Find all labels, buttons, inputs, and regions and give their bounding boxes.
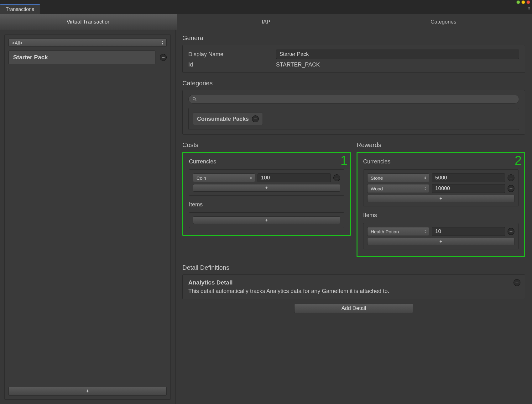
general-section: General Display Name Id STARTER_PACK (182, 35, 525, 73)
mode-categories[interactable]: Categories (355, 14, 532, 30)
sidebar-filter-dropdown[interactable]: <All> ▴▾ (8, 39, 167, 47)
costs-rewards-section: Costs 1 Currencies Coin ▴▾ (182, 141, 525, 257)
detail-definition-entry: Analytics Detail This detail automatical… (182, 274, 525, 299)
search-icon (192, 97, 197, 101)
chevron-updown-icon: ▴▾ (250, 176, 252, 180)
add-cost-item-button[interactable]: + (193, 216, 340, 224)
costs-items-title: Items (189, 201, 344, 208)
traffic-light-yellow-icon[interactable] (521, 0, 525, 4)
chevron-updown-icon: ▴▾ (162, 40, 163, 45)
remove-reward-currency-button[interactable] (508, 174, 514, 181)
window-traffic-lights (516, 0, 530, 4)
mode-iap[interactable]: IAP (177, 14, 355, 30)
id-label: Id (188, 61, 276, 68)
cost-currency-amount[interactable] (258, 173, 331, 182)
reward-currency-amount[interactable] (432, 184, 505, 193)
window-options-button[interactable]: ▾≡ (524, 6, 530, 11)
detail-definitions-title: Detail Definitions (182, 264, 525, 271)
sidebar: <All> ▴▾ Starter Pack + (0, 30, 175, 404)
reward-currency-name: Stone (371, 175, 383, 181)
costs-annotation-number: 1 (341, 153, 347, 167)
remove-reward-item-button[interactable] (508, 228, 514, 235)
cost-currency-name: Coin (196, 175, 206, 181)
reward-currency-amount[interactable] (432, 173, 505, 182)
reward-item-dropdown[interactable]: Health Potion ▴▾ (367, 227, 429, 236)
mode-bar: Virtual Transaction IAP Categories (0, 14, 532, 30)
reward-item-name: Health Potion (371, 229, 399, 234)
titlebar (0, 0, 532, 4)
costs-items-box: + (189, 212, 344, 228)
detail-definition-title: Analytics Detail (188, 279, 519, 286)
rewards-box: 2 Currencies Stone ▴▾ (357, 152, 525, 257)
add-cost-currency-button[interactable]: + (193, 184, 340, 192)
reward-item-amount[interactable] (432, 227, 505, 236)
sidebar-item-row: Starter Pack (8, 50, 167, 64)
detail-definitions-section: Detail Definitions Analytics Detail This… (182, 264, 525, 313)
remove-cost-currency-button[interactable] (333, 174, 340, 181)
costs-currencies-title: Currencies (189, 158, 344, 165)
reward-item-row: Health Potion ▴▾ (367, 227, 514, 236)
categories-title: Categories (182, 80, 525, 87)
add-reward-item-button[interactable]: + (367, 238, 514, 245)
display-name-label: Display Name (188, 51, 276, 58)
rewards-column: Rewards 2 Currencies Stone ▴▾ (357, 141, 525, 257)
display-name-input[interactable] (276, 50, 519, 59)
reward-currency-dropdown[interactable]: Wood ▴▾ (367, 184, 429, 193)
categories-section: Categories Consumable Packs (182, 80, 525, 135)
cost-currency-row: Coin ▴▾ (193, 173, 340, 182)
chevron-updown-icon: ▴▾ (425, 187, 426, 190)
costs-currencies-box: Coin ▴▾ + (189, 169, 344, 196)
add-transaction-button[interactable]: + (8, 387, 167, 396)
category-tag-consumable-packs[interactable]: Consumable Packs (193, 113, 263, 125)
mode-virtual-transaction[interactable]: Virtual Transaction (0, 14, 177, 30)
rewards-items-box: Health Potion ▴▾ + (363, 223, 519, 249)
costs-box: 1 Currencies Coin ▴▾ + (182, 152, 351, 236)
rewards-currencies-title: Currencies (363, 158, 519, 165)
category-tag-label: Consumable Packs (197, 116, 249, 122)
reward-currency-dropdown[interactable]: Stone ▴▾ (367, 173, 429, 182)
rewards-currencies-box: Stone ▴▾ Wood ▴▾ (363, 169, 519, 206)
sidebar-filter-label: <All> (12, 40, 23, 45)
rewards-annotation-number: 2 (515, 153, 522, 167)
detail-definition-description: This detail automatically tracks Analyti… (188, 288, 519, 295)
main-split: <All> ▴▾ Starter Pack + General Display … (0, 30, 532, 404)
general-title: General (182, 35, 525, 42)
add-detail-button[interactable]: Add Detail (294, 304, 413, 313)
tab-transactions[interactable]: Transactions (0, 4, 40, 14)
detail-panel: General Display Name Id STARTER_PACK Cat… (175, 30, 532, 404)
reward-currency-name: Wood (371, 186, 383, 191)
traffic-light-green-icon[interactable] (516, 0, 520, 4)
sidebar-item-starter-pack[interactable]: Starter Pack (8, 50, 155, 64)
id-value: STARTER_PACK (276, 61, 519, 68)
remove-reward-currency-button[interactable] (508, 185, 514, 192)
cost-currency-dropdown[interactable]: Coin ▴▾ (193, 173, 255, 182)
reward-currency-row: Wood ▴▾ (367, 184, 514, 193)
category-search-input[interactable] (188, 95, 519, 104)
remove-detail-definition-button[interactable] (514, 279, 520, 286)
chevron-updown-icon: ▴▾ (425, 230, 426, 233)
add-reward-currency-button[interactable]: + (367, 195, 514, 202)
remove-category-button[interactable] (252, 115, 259, 122)
chevron-updown-icon: ▴▾ (425, 176, 426, 180)
rewards-items-title: Items (363, 212, 519, 219)
costs-column: Costs 1 Currencies Coin ▴▾ (182, 141, 351, 257)
reward-currency-row: Stone ▴▾ (367, 173, 514, 182)
remove-transaction-button[interactable] (160, 54, 167, 61)
costs-title: Costs (182, 141, 351, 149)
traffic-light-red-icon[interactable] (526, 0, 530, 4)
category-tag-container: Consumable Packs (188, 108, 519, 130)
rewards-title: Rewards (357, 141, 525, 149)
tab-strip: Transactions ▾≡ (0, 4, 532, 14)
